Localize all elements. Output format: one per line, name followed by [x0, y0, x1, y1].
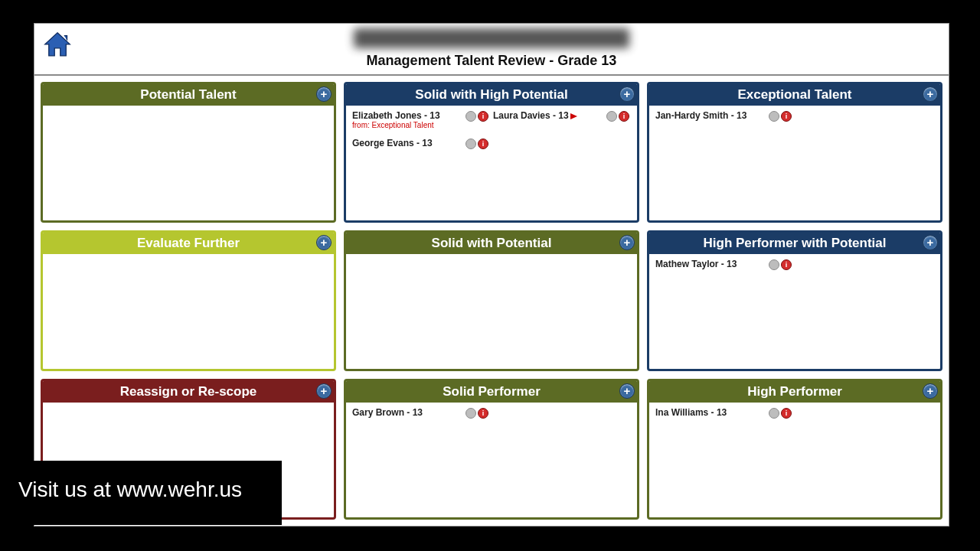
cell-header: Potential Talent+: [43, 84, 334, 106]
person-text: Laura Davies - 13: [493, 110, 606, 121]
person-card[interactable]: Gary Brown - 13: [351, 406, 492, 433]
person-status-icons: [466, 407, 488, 419]
person-text: Ina Williams - 13: [655, 407, 769, 418]
cell-title: Reassign or Re-scope: [120, 384, 257, 399]
person-card[interactable]: Mathew Taylor - 13: [654, 257, 795, 285]
add-icon[interactable]: +: [619, 86, 635, 102]
page-title: Management Talent Review - Grade 13: [34, 53, 949, 69]
person-name: Elizabeth Jones - 13: [352, 110, 466, 121]
cell-title: Potential Talent: [140, 87, 236, 102]
cell-header: High Performer+: [649, 381, 940, 403]
person-text: Jan-Hardy Smith - 13: [655, 110, 769, 121]
cell-title: Evaluate Further: [137, 236, 240, 250]
status-dot-gray-icon[interactable]: [769, 259, 779, 270]
person-name: Mathew Taylor - 13: [655, 259, 769, 269]
person-text: Mathew Taylor - 13: [655, 259, 769, 269]
cell-header: Reassign or Re-scope+: [43, 381, 334, 403]
grid-cell[interactable]: High Performer with Potential+Mathew Tay…: [647, 230, 942, 371]
cell-body: Gary Brown - 13: [346, 403, 637, 517]
status-dot-gray-icon[interactable]: [769, 408, 779, 419]
cell-body: Jan-Hardy Smith - 13: [649, 106, 940, 220]
status-dot-gray-icon[interactable]: [466, 139, 476, 149]
person-card[interactable]: Laura Davies - 13: [492, 109, 632, 136]
person-status-icons: [769, 407, 792, 419]
cell-header: Solid with Potential+: [346, 233, 637, 254]
cell-body: [346, 254, 637, 369]
add-icon[interactable]: +: [923, 383, 938, 399]
info-dot-red-icon[interactable]: [781, 111, 792, 122]
blurred-subtitle: [354, 28, 629, 48]
talent-grid: Potential Talent+Solid with High Potenti…: [34, 76, 949, 526]
cell-title: Solid Performer: [443, 384, 541, 399]
person-card[interactable]: Ina Williams - 13: [654, 406, 795, 433]
person-name: Laura Davies - 13: [493, 110, 606, 121]
cell-body: [43, 106, 334, 220]
person-status-icons: [466, 138, 488, 149]
info-dot-red-icon[interactable]: [478, 111, 488, 122]
grid-cell[interactable]: Solid with High Potential+Elizabeth Jone…: [344, 82, 639, 223]
info-dot-red-icon[interactable]: [478, 139, 488, 149]
grid-cell[interactable]: Solid Performer+Gary Brown - 13: [344, 379, 639, 520]
promo-overlay: Visit us at www.wehr.us: [0, 461, 282, 525]
cell-header: Solid Performer+: [346, 381, 637, 403]
info-dot-red-icon[interactable]: [781, 408, 792, 419]
person-name: Ina Williams - 13: [655, 407, 769, 418]
cell-header: Solid with High Potential+: [346, 84, 637, 106]
cell-body: Ina Williams - 13: [649, 403, 940, 517]
cell-body: [43, 254, 334, 369]
status-dot-gray-icon[interactable]: [466, 408, 476, 419]
person-name: George Evans - 13: [352, 138, 466, 148]
person-text: Gary Brown - 13: [352, 407, 466, 418]
person-name: Jan-Hardy Smith - 13: [655, 110, 769, 121]
app-frame: Management Talent Review - Grade 13 Pote…: [34, 23, 949, 527]
person-card[interactable]: Jan-Hardy Smith - 13: [654, 109, 795, 136]
person-status-icons: [606, 110, 629, 122]
cell-title: High Performer: [747, 384, 842, 399]
cell-title: Exceptional Talent: [738, 87, 852, 102]
person-card[interactable]: George Evans - 13: [351, 136, 492, 164]
info-dot-red-icon[interactable]: [619, 111, 629, 122]
person-from-label: from: Exceptional Talent: [352, 121, 466, 130]
add-icon[interactable]: +: [316, 86, 332, 102]
person-status-icons: [769, 259, 792, 270]
person-card[interactable]: Elizabeth Jones - 13from: Exceptional Ta…: [351, 109, 492, 136]
person-text: George Evans - 13: [352, 138, 466, 148]
status-dot-gray-icon[interactable]: [769, 111, 779, 122]
cell-title: Solid with Potential: [432, 236, 552, 250]
add-icon[interactable]: +: [316, 235, 332, 250]
grid-cell[interactable]: Potential Talent+: [41, 82, 336, 223]
info-dot-red-icon[interactable]: [478, 408, 488, 419]
header: Management Talent Review - Grade 13: [34, 24, 949, 76]
promo-text: Visit us at www.wehr.us: [18, 478, 242, 501]
grid-cell[interactable]: High Performer+Ina Williams - 13: [647, 379, 942, 520]
cell-header: Exceptional Talent+: [649, 84, 940, 106]
add-icon[interactable]: +: [923, 86, 938, 102]
person-text: Elizabeth Jones - 13from: Exceptional Ta…: [352, 110, 466, 130]
person-name: Gary Brown - 13: [352, 407, 466, 418]
person-status-icons: [769, 110, 792, 122]
grid-cell[interactable]: Evaluate Further+: [41, 230, 336, 371]
cell-body: Mathew Taylor - 13: [649, 254, 940, 369]
person-status-icons: [466, 110, 488, 122]
add-icon[interactable]: +: [619, 383, 635, 399]
grid-cell[interactable]: Solid with Potential+: [344, 230, 639, 371]
cell-title: Solid with High Potential: [415, 87, 567, 102]
status-dot-gray-icon[interactable]: [606, 111, 617, 122]
cell-title: High Performer with Potential: [704, 236, 887, 250]
info-dot-red-icon[interactable]: [781, 259, 792, 270]
cell-header: Evaluate Further+: [43, 233, 334, 254]
add-icon[interactable]: +: [923, 235, 938, 250]
cell-header: High Performer with Potential+: [649, 233, 940, 254]
add-icon[interactable]: +: [619, 235, 635, 250]
flag-icon: [570, 113, 577, 119]
status-dot-gray-icon[interactable]: [466, 111, 476, 122]
grid-cell[interactable]: Exceptional Talent+Jan-Hardy Smith - 13: [647, 82, 942, 223]
add-icon[interactable]: +: [316, 383, 332, 399]
cell-body: Elizabeth Jones - 13from: Exceptional Ta…: [346, 106, 637, 220]
